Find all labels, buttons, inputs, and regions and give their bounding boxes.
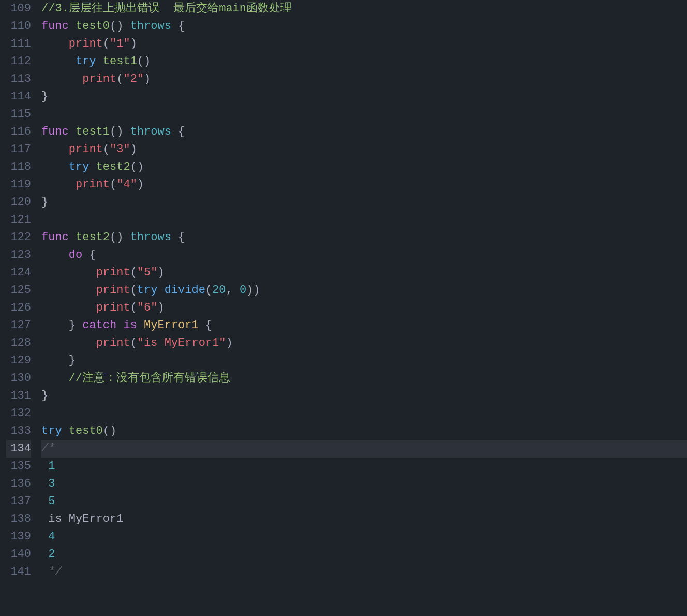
paren2-125: ( <box>205 284 212 297</box>
paren-116: () <box>110 125 123 138</box>
comma-125: , <box>226 284 239 297</box>
code-line-117: print("3") <box>41 141 687 158</box>
brace-116: { <box>171 125 185 138</box>
paren-close-111: ) <box>130 37 137 50</box>
paren-open-128: ( <box>130 336 137 349</box>
kw-try-133: try <box>41 424 62 437</box>
code-line-138: is MyError1 <box>41 510 687 528</box>
line-num-132: 132 <box>6 405 31 422</box>
code-line-130: //注意：没有包含所有错误信息 <box>41 370 687 387</box>
line-num-110: 110 <box>6 18 31 35</box>
str-124: "5" <box>137 266 158 279</box>
code-line-136: 3 <box>41 475 687 493</box>
comment-109: //3.层层往上抛出错误 最后交给main函数处理 <box>41 2 292 15</box>
kw-func-110: func <box>41 20 69 33</box>
fn-print-126: print <box>96 301 130 314</box>
output-4: 4 <box>48 530 55 543</box>
code-line-116: func test1() throws { <box>41 123 687 141</box>
paren-close-119: ) <box>137 178 144 191</box>
str-117: "3" <box>110 143 130 156</box>
fn-test0-133: test0 <box>69 424 103 437</box>
fn-print-113: print <box>82 72 116 85</box>
brace-114: } <box>41 90 48 103</box>
line-num-109: 109 <box>6 0 31 18</box>
line-num-123: 123 <box>6 246 31 264</box>
space-122b <box>123 231 130 244</box>
line-num-118: 118 <box>6 158 31 176</box>
comment-130: //注意：没有包含所有错误信息 <box>69 372 230 385</box>
fn-divide-125: divide <box>165 284 205 297</box>
str-113: "2" <box>123 72 144 85</box>
paren-close-125: )) <box>246 284 260 297</box>
indent-118 <box>41 160 69 173</box>
paren-open-111: ( <box>103 37 110 50</box>
code-line-125: print(try divide(20, 0)) <box>41 282 687 299</box>
space-122a <box>69 231 76 244</box>
paren-close-113: ) <box>144 72 151 85</box>
fn-test2-118: test2 <box>96 160 130 173</box>
line-num-120: 120 <box>6 194 31 211</box>
paren-133: () <box>103 424 116 437</box>
code-line-137: 5 <box>41 493 687 510</box>
code-line-122: func test2() throws { <box>41 229 687 246</box>
code-line-119: print("4") <box>41 176 687 194</box>
line-num-133: 133 <box>6 422 31 440</box>
comment-end-141: */ <box>48 565 62 578</box>
line-num-122: 122 <box>6 229 31 246</box>
indent-130 <box>41 372 69 385</box>
fn-test1-112: test1 <box>103 55 137 68</box>
code-line-118: try test2() <box>41 158 687 176</box>
line-num-140: 140 <box>6 546 31 563</box>
brace-120: } <box>41 196 48 209</box>
fn-test1-116: test1 <box>76 125 110 138</box>
space-127a <box>116 319 123 332</box>
indent-138 <box>41 512 48 525</box>
code-line-134: /* <box>41 440 687 458</box>
indent-111 <box>41 37 69 50</box>
space-110a <box>69 20 76 33</box>
fn-test0-110: test0 <box>76 20 110 33</box>
kw-throws-110: throws <box>130 20 171 33</box>
code-line-110: func test0() throws { <box>41 18 687 35</box>
comment-start-134: /* <box>41 442 55 455</box>
line-num-121: 121 <box>6 211 31 229</box>
str-128: "is MyError1" <box>137 336 226 349</box>
code-line-128: print("is MyError1") <box>41 334 687 352</box>
paren-122: () <box>110 231 123 244</box>
paren-open-126: ( <box>130 301 137 314</box>
line-num-127: 127 <box>6 317 31 334</box>
output-3: 3 <box>48 477 55 490</box>
line-num-116: 116 <box>6 123 31 141</box>
output-is-myerror1: is MyError1 <box>48 512 123 525</box>
line-num-134: 134 <box>6 440 31 458</box>
line-num-139: 139 <box>6 528 31 546</box>
line-num-130: 130 <box>6 370 31 387</box>
line-num-135: 135 <box>6 458 31 475</box>
space-125 <box>157 284 164 297</box>
indent-124 <box>41 266 96 279</box>
line-num-117: 117 <box>6 141 31 158</box>
line-num-115: 115 <box>6 106 31 123</box>
indent-127 <box>41 319 69 332</box>
code-line-141: */ <box>41 563 687 581</box>
fn-print-125: print <box>96 284 130 297</box>
indent-141 <box>41 565 48 578</box>
indent-119 <box>41 178 76 191</box>
code-line-123: do { <box>41 246 687 264</box>
code-editor: 109 110 111 112 113 114 115 116 117 118 … <box>0 0 687 616</box>
code-line-115 <box>41 106 687 123</box>
num-20-125: 20 <box>212 284 226 297</box>
line-num-125: 125 <box>6 282 31 299</box>
space-116a <box>69 125 76 138</box>
brace-123: { <box>82 248 96 261</box>
indent-136 <box>41 477 48 490</box>
paren-open-113: ( <box>116 72 123 85</box>
line-num-131: 131 <box>6 387 31 405</box>
line-num-137: 137 <box>6 493 31 510</box>
kw-try-112: try <box>76 55 96 68</box>
code-line-120: } <box>41 194 687 211</box>
code-line-140: 2 <box>41 546 687 563</box>
kw-throws-116: throws <box>130 125 171 138</box>
code-line-124: print("5") <box>41 264 687 282</box>
line-num-138: 138 <box>6 510 31 528</box>
